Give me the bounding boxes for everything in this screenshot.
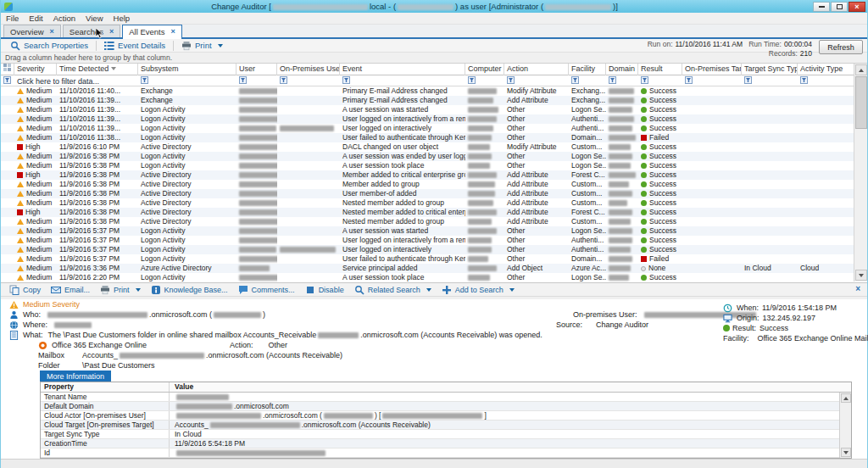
column-header-subsystem[interactable]: Subsystem [138, 64, 236, 75]
table-row[interactable]: Medium 11/9/2016 5:37 PM Logon Activity … [1, 245, 867, 254]
cell-time-detected: 11/10/2016 11:38... [57, 133, 138, 142]
menu-action[interactable]: Action [53, 14, 75, 23]
cell-result: Success [638, 198, 682, 208]
comments-button[interactable]: Comments... [234, 284, 299, 296]
cell-activity-type [798, 226, 855, 236]
grid-scrollbar[interactable] [854, 64, 867, 281]
tab-searches[interactable]: Searches × [63, 25, 120, 37]
column-header-target-sync-type[interactable]: Target Sync Type [742, 64, 798, 75]
filter-cell-dom[interactable] [606, 76, 638, 86]
search-properties-button[interactable]: Search Properties [4, 40, 94, 52]
properties-scrollbar[interactable] [839, 393, 851, 458]
filter-cell-opu[interactable] [277, 76, 340, 86]
filter-row[interactable]: Click here to filter data... [1, 75, 867, 86]
records-label: Records: [769, 49, 798, 58]
column-header-severity[interactable]: Severity [14, 64, 57, 75]
event-details-button[interactable]: Event Details [98, 40, 171, 52]
scroll-down-button[interactable] [841, 448, 851, 457]
column-header-on-premises-target[interactable]: On-Premises Target [682, 64, 742, 75]
column-header-computer[interactable]: Computer [465, 64, 504, 75]
redacted-user [239, 172, 277, 178]
filter-cell-sel[interactable] [1, 76, 14, 86]
column-header-result[interactable]: Result [638, 64, 682, 75]
tab-all-events[interactable]: All Events × [122, 25, 182, 37]
table-row[interactable]: Medium 11/10/2016 11:39... Exchange Prim… [1, 96, 867, 105]
filter-cell-sev[interactable]: Click here to filter data... [14, 76, 57, 86]
knowledge-base-button[interactable]: Knowledge Base... [147, 284, 232, 296]
filter-cell-user[interactable] [236, 76, 277, 86]
table-row[interactable]: Medium 11/10/2016 11:40... Exchange Prim… [1, 86, 867, 96]
filter-cell-tst[interactable] [742, 76, 798, 86]
table-row[interactable]: Medium 11/9/2016 5:38 PM Active Director… [1, 189, 867, 198]
column-header-domain[interactable]: Domain [606, 64, 638, 75]
column-header-on-premises-user[interactable]: On-Premises User [277, 64, 340, 75]
table-row[interactable]: Medium 11/10/2016 11:39... Logon Activit… [1, 114, 867, 124]
redacted-user [239, 209, 277, 215]
copy-button[interactable]: Copy [5, 284, 45, 296]
table-row[interactable]: Medium 11/9/2016 5:38 PM Active Director… [1, 180, 867, 189]
detail-close-icon[interactable]: × [855, 284, 860, 293]
cell-on-premises-target [682, 245, 742, 254]
filter-cell-action[interactable] [504, 76, 569, 86]
disable-button[interactable]: Disable [301, 284, 348, 296]
table-row[interactable]: Medium 11/9/2016 5:37 PM Logon Activity … [1, 254, 867, 264]
tab-close-icon[interactable]: × [50, 27, 54, 36]
column-header-action[interactable]: Action [504, 64, 569, 75]
column-header-user[interactable]: User [236, 64, 277, 75]
menu-edit[interactable]: Edit [29, 14, 42, 23]
table-row[interactable]: Medium 11/9/2016 5:38 PM Active Director… [1, 217, 867, 226]
close-button[interactable]: × [849, 2, 865, 12]
column-header-event[interactable]: Event [340, 64, 465, 75]
table-row[interactable]: Medium 11/10/2016 11:39... Logon Activit… [1, 124, 867, 133]
cell-result: Success [638, 236, 682, 245]
scroll-down-button[interactable] [855, 270, 867, 281]
maximize-button[interactable] [831, 2, 848, 12]
scrollbar-thumb[interactable] [855, 76, 867, 129]
table-row[interactable]: Medium 11/10/2016 11:38... Logon Activit… [1, 133, 867, 142]
table-row[interactable]: Medium 11/9/2016 5:37 PM Logon Activity … [1, 226, 867, 236]
table-row[interactable]: High 11/9/2016 5:38 PM Active Directory … [1, 170, 867, 180]
filter-cell-sub[interactable] [138, 76, 236, 86]
filter-cell-fac[interactable] [569, 76, 606, 86]
tab-close-icon[interactable]: × [109, 27, 114, 36]
table-row[interactable]: Medium 11/9/2016 5:37 PM Logon Activity … [1, 236, 867, 245]
filter-cell-event[interactable] [340, 76, 465, 86]
column-header-activity-type[interactable]: Activity Type [798, 64, 855, 75]
cell-action: Other [504, 105, 569, 114]
refresh-button[interactable]: Refresh [819, 40, 863, 54]
filter-cell-opt[interactable] [682, 76, 742, 86]
email-button[interactable]: Email... [47, 284, 94, 296]
table-row[interactable]: Medium 11/9/2016 3:36 PM Azure Active Di… [1, 264, 867, 273]
print-detail-button[interactable]: Print [96, 284, 145, 296]
table-row[interactable]: Medium 11/9/2016 2:20 PM Logon Activity … [1, 273, 867, 282]
cell-severity: High [14, 170, 57, 180]
redacted-text [54, 322, 92, 328]
related-search-button[interactable]: Related Search [350, 284, 436, 296]
menu-help[interactable]: Help [114, 14, 131, 23]
filter-cell-comp[interactable] [465, 76, 504, 86]
filter-cell-at[interactable] [798, 76, 855, 86]
table-row[interactable]: Medium 11/9/2016 5:38 PM Logon Activity … [1, 152, 867, 161]
cell-domain [606, 198, 638, 208]
more-information-tab[interactable]: More Information [40, 370, 111, 382]
table-row[interactable]: Medium 11/10/2016 11:39... Logon Activit… [1, 105, 867, 114]
tab-overview[interactable]: Overview × [3, 25, 61, 37]
tab-close-icon[interactable]: × [171, 27, 175, 36]
minimize-button[interactable] [813, 2, 830, 12]
add-to-search-button[interactable]: Add to Search [437, 284, 519, 296]
print-button[interactable]: Print [175, 40, 229, 52]
column-header-facility[interactable]: Facility [569, 64, 606, 75]
menu-file[interactable]: File [6, 14, 19, 23]
table-row[interactable]: High 11/9/2016 6:10 PM Active Directory … [1, 142, 867, 152]
redacted-domain [609, 144, 631, 150]
table-row[interactable]: Medium 11/9/2016 5:38 PM Active Director… [1, 198, 867, 208]
menu-view[interactable]: View [86, 14, 103, 23]
select-all-header[interactable] [1, 64, 14, 75]
scroll-up-button[interactable] [855, 64, 867, 75]
cell-event: User logged on interactively [340, 124, 465, 133]
table-row[interactable]: High 11/9/2016 5:38 PM Active Directory … [1, 208, 867, 217]
filter-cell-res[interactable] [638, 76, 682, 86]
column-header-time-detected[interactable]: Time Detected [57, 64, 138, 75]
scroll-up-button[interactable] [841, 393, 851, 403]
table-row[interactable]: Medium 11/9/2016 5:38 PM Logon Activity … [1, 161, 867, 170]
